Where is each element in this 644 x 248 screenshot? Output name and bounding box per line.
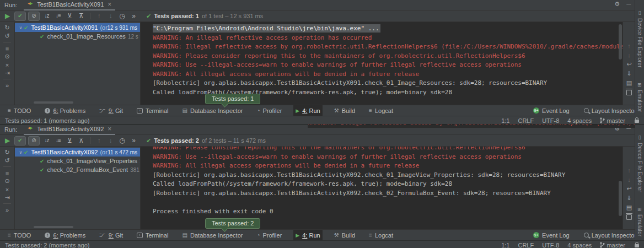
git-button[interactable]: ⌥ 9: Git [97, 105, 125, 116]
horizontal-scrollbar[interactable] [34, 226, 73, 228]
lock-icon[interactable] [635, 120, 639, 123]
exit-icon[interactable]: ⇥ [2, 193, 12, 202]
indent-setting[interactable]: 4 spaces [567, 117, 592, 124]
test-tree-row[interactable]: ✔ check_01_Image_Resources 12 s 931 ms [15, 32, 140, 41]
todo-button[interactable]: ≡ TODO [6, 230, 33, 240]
test-history-icon[interactable]: ◷ [116, 136, 128, 145]
build-button[interactable]: ⚒ Build [332, 105, 357, 116]
terminal-button[interactable]: › Terminal [135, 105, 171, 116]
run-tab[interactable]: ◂▸ TestB1BasicActivityX092 × [24, 124, 115, 135]
more-toolbar-icon[interactable]: » [128, 12, 139, 20]
emulator-button[interactable]: ⊞ Emulator [637, 207, 643, 236]
scroll-down-icon[interactable]: ↓ [624, 175, 634, 184]
run-button[interactable]: ▶ 4: Run [293, 105, 322, 116]
test-tree-row[interactable]: ∨ ✔ TestB1BasicActivityX091 (org.aplas.b… [15, 23, 140, 32]
scroll-down-icon[interactable]: ↓ [624, 50, 634, 60]
kill-process-icon[interactable]: × [2, 185, 12, 193]
git-branch[interactable]: master [600, 242, 625, 248]
indent-setting[interactable]: 4 spaces [567, 242, 592, 248]
next-failed-icon[interactable]: ↓ [105, 12, 116, 20]
logcat-button[interactable]: ≡ Logcat [367, 105, 395, 116]
console-output[interactable]: "C:\Program Files\Android\Android Studio… [140, 22, 622, 105]
event-log-button[interactable]: 9+ Event Log [531, 105, 572, 116]
line-separator[interactable]: CRLF [518, 242, 534, 248]
console-output[interactable]: WARNING: Please consider reporting this … [140, 147, 622, 229]
stop-icon[interactable]: ■ [2, 169, 12, 177]
sort-alphabetically-icon[interactable]: ↓z [41, 12, 52, 20]
horizontal-scrollbar[interactable] [34, 101, 73, 104]
profiler-button[interactable]: ◔ Profiler [254, 105, 284, 116]
screenshot-icon[interactable]: ⊙ [2, 177, 12, 185]
show-passed-toggle[interactable]: ✔ [14, 12, 26, 21]
file-encoding[interactable]: UTF-8 [542, 242, 559, 248]
expand-all-icon[interactable]: ⊻ [64, 12, 76, 20]
lock-icon[interactable] [635, 244, 639, 247]
chevron-down-icon[interactable]: ∨ [18, 150, 24, 155]
collapse-all-icon[interactable]: ⊼ [76, 136, 87, 145]
emulator-button[interactable]: ⊞ Emulator [637, 83, 643, 112]
soft-wrap-icon[interactable]: ↩ [624, 184, 634, 193]
run-button[interactable]: ▶ 4: Run [293, 230, 322, 240]
expand-all-icon[interactable]: ⊻ [64, 136, 76, 145]
minimize-icon[interactable]: ─ [626, 1, 631, 8]
test-history-icon[interactable]: ◷ [116, 12, 128, 20]
rerun-icon[interactable]: ↻ [2, 148, 12, 157]
todo-button[interactable]: ≡ TODO [6, 105, 33, 116]
caret-position[interactable]: 1:1 [501, 117, 509, 124]
more-toolbar-icon[interactable]: » [128, 136, 139, 145]
rerun-tests-button[interactable]: ▶ [2, 12, 13, 20]
print-icon[interactable]: ▤ [624, 203, 634, 212]
vertical-scrollbar[interactable] [619, 181, 622, 216]
sort-alphabetically-icon[interactable]: ↓z [41, 136, 52, 145]
database-inspector-button[interactable]: ▤ Database Inspector [180, 105, 245, 116]
previous-failed-icon[interactable]: ↑ [93, 12, 105, 20]
clear-all-icon[interactable] [624, 88, 634, 97]
line-separator[interactable]: CRLF [518, 117, 534, 124]
sort-by-duration-icon[interactable]: ↓≡ [52, 136, 64, 145]
database-inspector-button[interactable]: ▤ Database Inspector [180, 230, 245, 240]
kill-process-icon[interactable]: × [2, 61, 12, 69]
scroll-up-icon[interactable]: ↑ [624, 165, 634, 175]
device-file-explorer-button[interactable]: ▯ Device File Explorer [637, 10, 643, 67]
clear-all-icon[interactable] [624, 212, 634, 222]
git-branch[interactable]: master [600, 117, 625, 124]
rerun-failed-icon[interactable]: ↺ [2, 157, 12, 165]
logcat-button[interactable]: ≡ Logcat [367, 230, 395, 240]
terminal-button[interactable]: › Terminal [135, 230, 171, 240]
vertical-scrollbar[interactable] [619, 24, 622, 60]
layout-inspector-button[interactable]: Layout Inspector [582, 230, 638, 240]
build-button[interactable]: ⚒ Build [332, 230, 357, 240]
run-tab[interactable]: ◂▸ TestB1BasicActivityX091 × [24, 0, 115, 10]
exit-icon[interactable]: ⇥ [2, 69, 12, 77]
next-failed-icon[interactable]: ↓ [105, 136, 116, 145]
device-file-explorer-button[interactable]: ▯ Device File Explorer [637, 134, 643, 192]
show-ignored-toggle[interactable]: ⊘ [28, 12, 40, 21]
rerun-tests-button[interactable]: ▶ [2, 136, 13, 145]
stop-icon[interactable]: ■ [2, 44, 12, 52]
chevron-down-icon[interactable]: ∨ [18, 25, 24, 30]
sort-by-duration-icon[interactable]: ↓≡ [52, 12, 64, 20]
event-log-button[interactable]: 9+ Event Log [531, 230, 572, 240]
rerun-failed-icon[interactable]: ↺ [2, 32, 12, 40]
rerun-icon[interactable]: ↻ [2, 24, 12, 32]
scroll-to-end-icon[interactable]: ⇓ [624, 193, 634, 203]
profiler-button[interactable]: ◔ Profiler [254, 230, 284, 240]
show-passed-toggle[interactable]: ✔ [14, 136, 26, 145]
file-encoding[interactable]: UTF-8 [542, 117, 559, 124]
soft-wrap-icon[interactable]: ↩ [624, 60, 634, 69]
layout-inspector-button[interactable]: Layout Inspector [582, 105, 638, 116]
previous-failed-icon[interactable]: ↑ [93, 136, 105, 145]
print-icon[interactable]: ▤ [624, 78, 634, 88]
close-icon[interactable]: × [108, 2, 111, 7]
collapse-all-icon[interactable]: ⊼ [76, 12, 87, 20]
more-options-icon[interactable]: » [2, 81, 12, 89]
more-options-icon[interactable]: » [2, 206, 12, 214]
gear-icon[interactable]: ⚙ [614, 1, 620, 8]
test-tree-row[interactable]: ✔ check_02_FormulaBox_Event 381 ms [15, 165, 140, 174]
caret-position[interactable]: 1:1 [501, 242, 509, 248]
problems-button[interactable]: ! 6: Problems [42, 230, 88, 240]
git-button[interactable]: ⌥ 9: Git [97, 230, 125, 240]
test-tree-row[interactable]: ✔ check_01_ImageView_Properties 11 s 91 … [15, 157, 140, 165]
screenshot-icon[interactable]: ⊙ [2, 52, 12, 61]
show-ignored-toggle[interactable]: ⊘ [28, 136, 40, 145]
